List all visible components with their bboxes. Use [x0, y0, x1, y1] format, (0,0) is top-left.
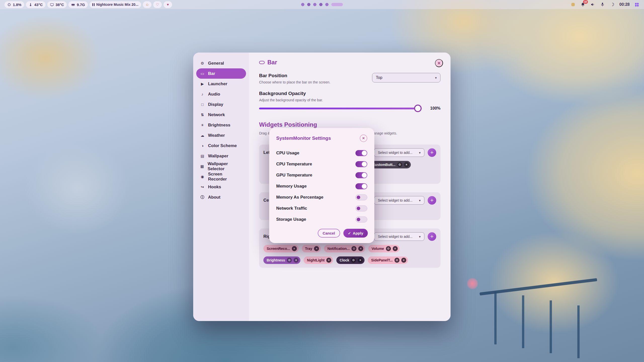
sidebar-item-launcher[interactable]: ▶Launcher — [196, 79, 246, 89]
emoji-widget[interactable]: ☺ — [143, 1, 151, 8]
chevron-down-icon: ▾ — [419, 199, 421, 202]
favorites-widget[interactable]: ♡ — [153, 1, 162, 8]
chip-remove-icon[interactable]: × — [326, 258, 331, 263]
dashboard-icon[interactable] — [634, 2, 639, 7]
chip-settings-icon[interactable]: ⚙ — [397, 162, 402, 167]
workspace-dot[interactable] — [313, 3, 316, 6]
chip-remove-icon[interactable]: × — [401, 258, 406, 263]
workspace-dot[interactable] — [319, 3, 323, 6]
bar-page-icon — [259, 61, 265, 64]
sidebar-item-screen-recorder[interactable]: ◉Screen Recorder — [196, 171, 246, 182]
workspace-dot[interactable] — [325, 3, 329, 6]
widget-chip-screenrecorder[interactable]: ScreenReco... × — [263, 245, 299, 252]
widget-chip-notifications[interactable]: Notification... ⚙ × — [324, 245, 365, 252]
volume-icon[interactable] — [590, 2, 595, 7]
sidebar-item-wallpaper-selector[interactable]: ▦Wallpaper Selector — [196, 161, 246, 171]
chip-remove-icon[interactable]: × — [294, 258, 299, 263]
right-add-widget-dropdown[interactable]: Select widget to add... ▾ — [374, 232, 424, 241]
notifications-icon[interactable]: 10 — [580, 2, 586, 7]
likes-widget[interactable]: ♥ — [164, 1, 172, 8]
widget-chip-volume[interactable]: Volume ⚙ × — [368, 245, 399, 252]
sidebar-item-bar[interactable]: ▭Bar — [196, 68, 246, 79]
chip-remove-icon[interactable]: × — [358, 246, 363, 251]
wallpaper-lamp — [467, 278, 478, 289]
cancel-button[interactable]: Cancel — [318, 229, 340, 238]
chip-settings-icon[interactable]: ⚙ — [351, 258, 356, 263]
modal-close-button[interactable]: × — [360, 134, 367, 142]
workspace-indicator — [301, 3, 343, 6]
center-add-widget-button[interactable]: + — [428, 196, 436, 205]
sidebar-item-audio[interactable]: ♪Audio — [196, 89, 246, 99]
sidebar-item-about[interactable]: ⓘAbout — [196, 192, 246, 202]
storage-usage-toggle[interactable] — [355, 216, 367, 222]
widget-chip-clock[interactable]: Clock ⚙ × — [336, 256, 365, 264]
left-add-widget-button[interactable]: + — [428, 148, 436, 157]
widgets-positioning-title: Widgets Positioning — [259, 121, 440, 128]
chip-remove-icon[interactable]: × — [314, 246, 319, 251]
microphone-icon[interactable] — [600, 2, 605, 7]
notification-badge: 10 — [583, 0, 588, 4]
cpu-temperature-toggle[interactable] — [355, 161, 367, 167]
left-add-widget-dropdown[interactable]: Select widget to add... ▾ — [374, 148, 424, 157]
sidebar-item-network[interactable]: ⇅Network — [196, 110, 246, 120]
chip-settings-icon[interactable]: ⚙ — [394, 258, 399, 263]
opacity-slider[interactable] — [259, 108, 422, 109]
window-close-button[interactable]: × — [435, 59, 443, 67]
thermometer-icon — [29, 3, 32, 7]
chip-settings-icon[interactable]: ⚙ — [287, 258, 292, 263]
opacity-value: 100% — [426, 106, 440, 111]
workspace-active-pill[interactable] — [331, 3, 343, 6]
toggle-row-memory-usage: Memory Usage — [276, 181, 367, 192]
memory-value: 9.7G — [77, 3, 85, 7]
memory-usage-toggle[interactable] — [355, 183, 367, 189]
right-add-widget-button[interactable]: + — [428, 232, 436, 241]
gpu-temp-widget: 38°C — [47, 1, 67, 8]
general-icon: ⚙ — [200, 61, 205, 66]
widget-chip-custombutton[interactable]: CustomButt... ⚙ × — [369, 161, 411, 168]
chip-remove-icon[interactable]: × — [393, 246, 398, 251]
apply-button[interactable]: ✓ Apply — [343, 229, 368, 238]
cpu-temp-widget: 43°C — [26, 1, 46, 8]
media-player-widget[interactable]: Nightcore Music Mix 20... — [90, 1, 141, 8]
opacity-slider-thumb[interactable] — [414, 105, 422, 112]
background-opacity-desc: Adjust the background opacity of the bar… — [259, 98, 323, 102]
workspace-dot[interactable] — [301, 3, 304, 6]
sidebar-item-wallpaper[interactable]: ▤Wallpaper — [196, 151, 246, 161]
chip-remove-icon[interactable]: × — [404, 162, 409, 167]
sidebar-item-weather[interactable]: ☁Weather — [196, 130, 246, 141]
bar-position-value: Top — [376, 75, 382, 80]
chip-settings-icon[interactable]: ⚙ — [386, 246, 391, 251]
gpu-temperature-toggle[interactable] — [355, 172, 367, 178]
clock[interactable]: 00:28 — [619, 2, 630, 7]
chip-remove-icon[interactable]: × — [358, 258, 363, 263]
bar-position-dropdown[interactable]: Top ▾ — [372, 73, 440, 82]
chip-remove-icon[interactable]: × — [292, 246, 297, 251]
launcher-icon: ▶ — [200, 82, 205, 86]
sidebar-item-color-scheme[interactable]: ◑Color Scheme — [196, 141, 246, 151]
night-light-icon[interactable]: ☽ — [610, 2, 615, 7]
memory-as-percentage-toggle[interactable] — [355, 194, 367, 200]
chevron-down-icon: ▾ — [419, 151, 421, 155]
modal-title: SystemMonitor Settings — [276, 135, 331, 141]
sidebar-item-brightness[interactable]: ☀Brightness — [196, 120, 246, 130]
page-title: Bar — [267, 59, 277, 66]
hooks-icon: ↪ — [200, 185, 205, 189]
sidebar-item-general[interactable]: ⚙General — [196, 58, 246, 68]
center-add-widget-dropdown[interactable]: Select widget to add... ▾ — [374, 196, 424, 205]
sidebar-item-display[interactable]: □Display — [196, 99, 246, 110]
wallpaper-railing-post — [494, 292, 497, 344]
widget-chip-sidepanel[interactable]: SidePanelT... ⚙ × — [368, 256, 408, 264]
right-widgets-row-2: Brightness ⚙ × NightLight × Clock ⚙ × — [263, 256, 436, 264]
check-icon: ✓ — [348, 231, 351, 236]
wallpaper-railing-post — [550, 300, 552, 353]
workspace-dot[interactable] — [307, 3, 310, 6]
widget-chip-nightlight[interactable]: NightLight × — [304, 256, 333, 264]
theme-icon[interactable] — [570, 2, 576, 7]
pause-icon[interactable] — [92, 3, 95, 6]
sidebar-item-hooks[interactable]: ↪Hooks — [196, 182, 246, 192]
network-traffic-toggle[interactable] — [355, 205, 367, 211]
widget-chip-brightness[interactable]: Brightness ⚙ × — [263, 256, 300, 264]
cpu-usage-toggle[interactable] — [355, 150, 367, 156]
widget-chip-tray[interactable]: Tray × — [302, 245, 321, 252]
chip-settings-icon[interactable]: ⚙ — [351, 246, 356, 251]
